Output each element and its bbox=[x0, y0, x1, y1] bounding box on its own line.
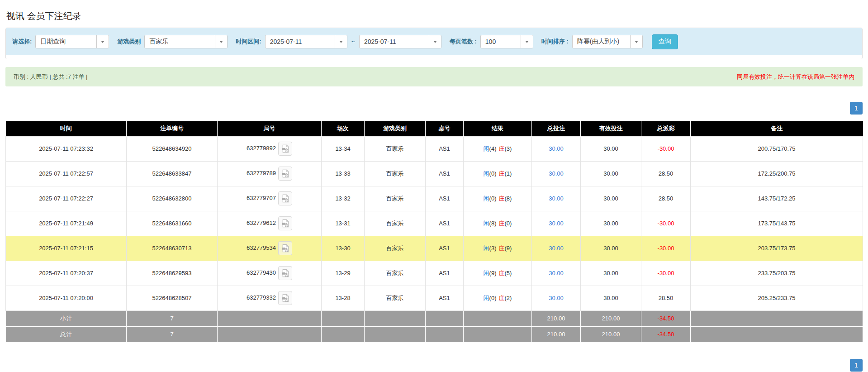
video-replay-button[interactable] bbox=[278, 291, 292, 305]
cell-valid-bet: 30.00 bbox=[581, 286, 641, 310]
date-to-select[interactable]: 2025-07-11 bbox=[359, 35, 441, 48]
banker-count: (3) bbox=[505, 145, 512, 152]
cell-bet-id: 522648634920 bbox=[127, 136, 218, 161]
cell-total-bet: 30.00 bbox=[532, 261, 581, 286]
cell-total-bet: 30.00 bbox=[532, 236, 581, 261]
table-row: 2025-07-11 07:21:15 522648630713 6327795… bbox=[6, 236, 863, 261]
subtotal-total-bet: 210.00 bbox=[532, 310, 581, 326]
total-bet-link[interactable]: 30.00 bbox=[549, 145, 564, 152]
cell-payout: -30.00 bbox=[641, 136, 691, 161]
video-file-icon bbox=[281, 169, 289, 178]
banker-count: (1) bbox=[505, 170, 512, 177]
cell-payout: 28.50 bbox=[641, 286, 691, 310]
cell-table-no: AS1 bbox=[426, 161, 464, 186]
banker-label: 庄 bbox=[499, 245, 505, 252]
video-replay-button[interactable] bbox=[278, 167, 292, 181]
cell-session: 13-30 bbox=[322, 236, 365, 261]
total-bet-link[interactable]: 30.00 bbox=[549, 195, 564, 202]
player-count: (9) bbox=[489, 270, 497, 277]
cell-valid-bet: 30.00 bbox=[581, 161, 641, 186]
cell-bet-id: 522648628507 bbox=[127, 286, 218, 310]
player-label: 闲 bbox=[484, 170, 489, 177]
total-bet-link[interactable]: 30.00 bbox=[549, 220, 564, 227]
cell-payout: 28.50 bbox=[641, 161, 691, 186]
chevron-down-icon[interactable] bbox=[215, 35, 227, 48]
cell-result: 闲(3)庄(9) bbox=[464, 236, 532, 261]
table-row: 2025-07-11 07:23:32 522648634920 6327798… bbox=[6, 136, 863, 161]
banker-label: 庄 bbox=[499, 195, 505, 202]
total-bet-link[interactable]: 30.00 bbox=[549, 170, 564, 177]
page-1-button[interactable]: 1 bbox=[850, 102, 863, 114]
header-remark: 备注 bbox=[691, 121, 863, 136]
chevron-down-icon[interactable] bbox=[335, 35, 347, 48]
bet-records-table: 时间 注单编号 局号 场次 游戏类别 桌号 结果 总投注 有效投注 总派彩 备注… bbox=[5, 121, 863, 343]
video-file-icon bbox=[281, 219, 289, 228]
header-session: 场次 bbox=[322, 121, 365, 136]
table-row: 2025-07-11 07:22:57 522648633847 6327797… bbox=[6, 161, 863, 186]
chevron-down-icon[interactable] bbox=[630, 35, 642, 48]
cell-session: 13-32 bbox=[322, 186, 365, 211]
cell-total-bet: 30.00 bbox=[532, 211, 581, 236]
time-range-label: 时间区间: bbox=[236, 38, 261, 46]
time-sort-select[interactable]: 降幂(由大到小) bbox=[572, 35, 643, 48]
date-to-value: 2025-07-11 bbox=[360, 35, 429, 48]
cell-payout: -30.00 bbox=[641, 261, 691, 286]
date-from-value: 2025-07-11 bbox=[266, 35, 335, 48]
chevron-down-icon[interactable] bbox=[429, 35, 441, 48]
cell-total-bet: 30.00 bbox=[532, 161, 581, 186]
player-label: 闲 bbox=[484, 145, 489, 152]
cell-remark: 200.75/170.75 bbox=[691, 136, 863, 161]
header-table-no: 桌号 bbox=[426, 121, 464, 136]
cell-bet-id: 522648630713 bbox=[127, 236, 218, 261]
banker-count: (9) bbox=[505, 245, 512, 252]
cell-game-type: 百家乐 bbox=[365, 136, 426, 161]
cell-payout: 28.50 bbox=[641, 186, 691, 211]
video-replay-button[interactable] bbox=[278, 241, 292, 255]
total-bet-link[interactable]: 30.00 bbox=[549, 270, 564, 277]
player-label: 闲 bbox=[484, 245, 489, 252]
cell-table-no: AS1 bbox=[426, 211, 464, 236]
query-type-select[interactable]: 日期查询 bbox=[35, 35, 109, 48]
video-replay-button[interactable] bbox=[278, 216, 292, 230]
banker-label: 庄 bbox=[499, 270, 505, 277]
page-size-label: 每页笔数 : bbox=[450, 38, 477, 46]
cell-valid-bet: 30.00 bbox=[581, 236, 641, 261]
cell-session: 13-33 bbox=[322, 161, 365, 186]
cell-game-type: 百家乐 bbox=[365, 186, 426, 211]
cell-valid-bet: 30.00 bbox=[581, 186, 641, 211]
cell-round-id: 632779892 bbox=[218, 136, 322, 161]
table-row: 2025-07-11 07:20:00 522648628507 6327793… bbox=[6, 286, 863, 310]
cell-game-type: 百家乐 bbox=[365, 286, 426, 310]
player-count: (3) bbox=[489, 245, 497, 252]
cell-result: 闲(8)庄(0) bbox=[464, 211, 532, 236]
cell-round-id: 632779534 bbox=[218, 236, 322, 261]
game-type-select[interactable]: 百家乐 bbox=[144, 35, 228, 48]
cell-total-bet: 30.00 bbox=[532, 286, 581, 310]
video-replay-button[interactable] bbox=[278, 191, 292, 205]
page-1-button[interactable]: 1 bbox=[850, 359, 863, 372]
chevron-down-icon[interactable] bbox=[521, 35, 533, 48]
video-replay-button[interactable] bbox=[278, 266, 292, 280]
player-label: 闲 bbox=[484, 295, 489, 301]
banker-label: 庄 bbox=[499, 145, 505, 152]
search-button[interactable]: 查询 bbox=[652, 34, 678, 49]
pagination-bottom: 1 bbox=[5, 359, 863, 372]
round-id: 632779789 bbox=[247, 170, 276, 176]
cell-time: 2025-07-11 07:21:49 bbox=[6, 211, 127, 236]
round-id: 632779332 bbox=[247, 294, 276, 301]
select-type-label: 请选择: bbox=[12, 38, 32, 46]
chevron-down-icon[interactable] bbox=[96, 35, 109, 48]
round-id: 632779707 bbox=[247, 195, 276, 201]
cell-session: 13-29 bbox=[322, 261, 365, 286]
total-bet-link[interactable]: 30.00 bbox=[549, 245, 564, 252]
cell-round-id: 632779612 bbox=[218, 211, 322, 236]
total-bet-link[interactable]: 30.00 bbox=[549, 295, 564, 301]
valid-bet-note: 同局有效投注，统一计算在该局第一张注单内 bbox=[737, 73, 854, 81]
cell-remark: 172.25/200.75 bbox=[691, 161, 863, 186]
cell-time: 2025-07-11 07:20:00 bbox=[6, 286, 127, 310]
video-replay-button[interactable] bbox=[278, 142, 292, 156]
page-size-select[interactable]: 100 bbox=[480, 35, 533, 48]
cell-game-type: 百家乐 bbox=[365, 211, 426, 236]
date-from-select[interactable]: 2025-07-11 bbox=[265, 35, 347, 48]
page-size-value: 100 bbox=[481, 35, 521, 48]
